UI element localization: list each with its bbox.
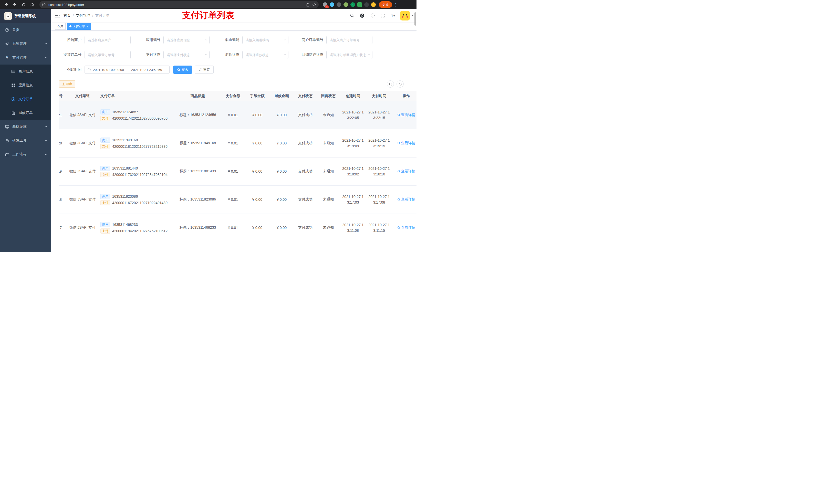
- table-row[interactable]: 117 微信 JSAPI 支付 商户1635311468233 支付420000…: [59, 214, 416, 242]
- sidebar-toggle-button[interactable]: [51, 9, 64, 22]
- extension-icon-pin[interactable]: [364, 2, 369, 7]
- sidebar-item-refund-order[interactable]: 退款订单: [0, 106, 51, 120]
- breadcrumb-home[interactable]: 首页: [64, 13, 71, 18]
- reset-icon: [198, 68, 202, 71]
- sidebar-item-pay-order[interactable]: 支付订单: [0, 92, 51, 106]
- filter-label-merchant-order-no: 商户订单编号: [295, 38, 326, 42]
- dashboard-icon: [5, 28, 9, 32]
- filter-row-2: 渠道订单号 支付状态 退款状态 回调商户状态: [59, 51, 416, 59]
- fullscreen-button[interactable]: [378, 9, 387, 22]
- sidebar-item-merchant-info[interactable]: 商户信息: [0, 65, 51, 78]
- extension-badge: 10: [325, 5, 329, 8]
- briefcase-icon: [5, 152, 9, 157]
- pay-tag: 支付: [100, 172, 110, 177]
- view-detail-link[interactable]: 查看详情: [397, 113, 415, 117]
- search-button[interactable]: 搜索: [173, 66, 192, 74]
- browser-refresh-button[interactable]: [20, 1, 27, 8]
- sidebar-item-app-info[interactable]: 应用信息: [0, 78, 51, 92]
- reset-button[interactable]: 重置: [195, 66, 214, 74]
- extension-icon-green-square[interactable]: [357, 2, 362, 7]
- table-row[interactable]: 118 微信 JSAPI 支付 商户1635311823086 支付420000…: [59, 186, 416, 214]
- table-row[interactable]: 121 微信 JSAPI 支付 商户1635312124657 支付420000…: [59, 101, 416, 129]
- page-title-annotation: 支付订单列表: [182, 9, 234, 21]
- docs-help-button[interactable]: ?: [368, 9, 377, 22]
- extension-icon-drop[interactable]: [330, 2, 334, 7]
- grid-icon: [11, 83, 15, 87]
- view-detail-link[interactable]: 查看详情: [397, 197, 415, 202]
- refresh-icon: [22, 3, 26, 7]
- browser-home-button[interactable]: [29, 1, 36, 8]
- view-detail-link[interactable]: 查看详情: [397, 141, 415, 145]
- sidebar-item-workflow[interactable]: 工作流程: [0, 147, 51, 161]
- extension-icon-gray[interactable]: [337, 2, 341, 7]
- app-no-select[interactable]: [163, 36, 210, 44]
- notify-status-select[interactable]: [326, 51, 373, 59]
- user-avatar[interactable]: [400, 11, 410, 21]
- pay-status-select[interactable]: [163, 51, 210, 59]
- chevron-down-icon: [45, 139, 47, 143]
- table-row[interactable]: 119 微信 JSAPI 支付 商户1635311881440 支付420000…: [59, 157, 416, 186]
- avatar-caret-icon[interactable]: ▾: [412, 14, 413, 17]
- extension-icon-green-circle[interactable]: [343, 2, 348, 7]
- sidebar-item-pay[interactable]: ¥ 支付管理: [0, 51, 51, 65]
- browser-forward-button[interactable]: [11, 1, 19, 8]
- chevron-up-icon: [45, 55, 47, 60]
- browser-menu-icon[interactable]: ⋮: [394, 2, 398, 7]
- filter-label-channel-order-no: 渠道订单号: [59, 52, 85, 57]
- fullscreen-icon: [381, 14, 385, 18]
- browser-back-button[interactable]: [3, 1, 10, 8]
- create-time-range-picker[interactable]: 2021-10-01 00:00:00 - 2021-10-31 23:59:5…: [85, 66, 170, 74]
- breadcrumb-pay-manage[interactable]: 支付管理: [76, 13, 90, 18]
- table-row-partial[interactable]: 商户1635311157726: [59, 242, 416, 252]
- close-tab-icon[interactable]: ×: [86, 25, 89, 28]
- merchant-tag: 商户: [100, 194, 110, 199]
- col-channel: 支付渠道: [67, 91, 98, 101]
- sidebar-item-infra[interactable]: 基础设施: [0, 120, 51, 134]
- date-start: 2021-10-01 00:00:00: [93, 68, 124, 72]
- svg-text:T: T: [391, 14, 393, 18]
- extension-icon-face[interactable]: [371, 2, 376, 7]
- view-detail-link[interactable]: 查看详情: [397, 169, 415, 174]
- toggle-search-button[interactable]: [387, 80, 394, 88]
- tab-home[interactable]: 首页: [55, 23, 66, 30]
- pay-tag: 支付: [100, 116, 110, 121]
- search-icon: [350, 13, 354, 18]
- site-info-icon[interactable]: [42, 3, 46, 6]
- extensions-area: 10 ✓: [323, 2, 376, 7]
- sidebar: 芋道管理系统 首页 系统管理 ¥ 支付管理 商户信息 应用信息: [0, 9, 51, 252]
- extension-icon-check[interactable]: ✓: [351, 2, 355, 7]
- filter-label-pay-status: 支付状态: [138, 52, 163, 57]
- export-button[interactable]: 导出: [59, 80, 75, 88]
- bookmark-star-icon[interactable]: [312, 3, 316, 7]
- sidebar-logo[interactable]: 芋道管理系统: [0, 9, 51, 23]
- view-detail-link[interactable]: 查看详情: [397, 225, 415, 230]
- magnifier-icon: [397, 142, 400, 145]
- tab-pay-order[interactable]: 支付订单 ×: [67, 23, 91, 30]
- table-row[interactable]: 120 微信 JSAPI 支付 商户1635311949168 支付420000…: [59, 129, 416, 157]
- font-size-icon: TT: [390, 14, 396, 18]
- refund-status-select[interactable]: [242, 51, 288, 59]
- channel-order-no-input[interactable]: [85, 51, 130, 59]
- github-link-button[interactable]: [358, 9, 367, 22]
- refresh-table-button[interactable]: [397, 80, 404, 88]
- share-icon[interactable]: [306, 3, 310, 7]
- chrome-update-button[interactable]: 更新: [379, 1, 392, 8]
- extension-icon-puzzle[interactable]: 10: [323, 2, 327, 7]
- app-title: 芋道管理系统: [14, 14, 36, 19]
- sidebar-item-system[interactable]: 系统管理: [0, 37, 51, 51]
- font-size-button[interactable]: TT: [388, 9, 398, 22]
- pay-submenu: 商户信息 应用信息 支付订单 退款订单: [0, 65, 51, 120]
- sidebar-item-home[interactable]: 首页: [0, 23, 51, 37]
- page-scrollbar[interactable]: [414, 12, 416, 26]
- active-dot-icon: [69, 25, 71, 27]
- header-search-button[interactable]: [347, 9, 357, 22]
- col-actions: 操作: [392, 91, 416, 101]
- merchant-order-no-input[interactable]: [326, 36, 373, 44]
- clock-icon: [87, 68, 91, 71]
- channel-code-select[interactable]: [242, 36, 288, 44]
- sidebar-item-dev-tools[interactable]: 研发工具: [0, 134, 51, 147]
- filter-label-app-no: 应用编号: [138, 38, 163, 42]
- address-bar[interactable]: localhost:1024/pay/order: [40, 1, 319, 8]
- merchant-select-input[interactable]: [85, 36, 130, 44]
- magnifier-icon: [397, 226, 400, 229]
